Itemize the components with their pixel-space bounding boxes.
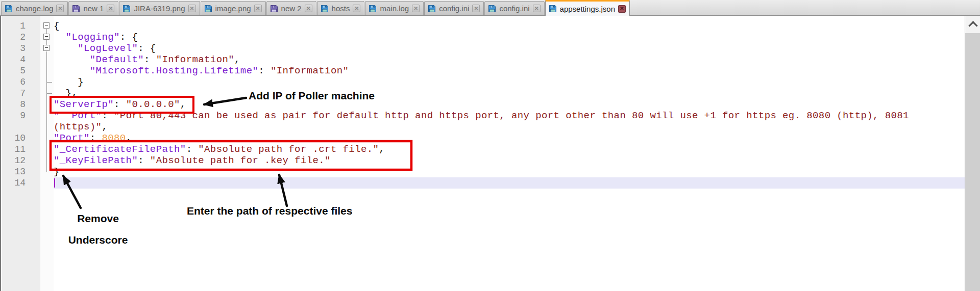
modified-file-icon <box>270 5 278 13</box>
fold-collapse-box[interactable] <box>40 43 54 54</box>
tab-close-icon[interactable]: ✕ <box>56 5 64 12</box>
line-number: 4 <box>2 54 40 65</box>
saved-file-icon <box>204 5 212 13</box>
chevron-up-icon <box>968 21 977 30</box>
code-token: "0.0.0.0" <box>126 99 180 110</box>
tab-main-log[interactable]: main.log✕ <box>365 1 424 15</box>
code-line: } <box>54 76 965 88</box>
code-line: (https)", <box>54 121 965 133</box>
saved-file-icon <box>5 5 13 13</box>
code-line: "ServerIp": "0.0.0.0", <box>54 99 965 110</box>
line-number-gutter: 1234567891011121314 <box>2 16 40 291</box>
tab-close-icon[interactable]: ✕ <box>472 5 480 12</box>
code-line: "LogLevel": { <box>54 43 965 54</box>
code-token: (https)" <box>54 121 102 133</box>
scroll-up-button[interactable] <box>965 16 980 33</box>
line-number: 9 <box>2 110 40 121</box>
code-token: , <box>126 133 132 144</box>
tab-appsettings-json[interactable]: appsettings.json✕ <box>545 0 630 16</box>
line-number: 11 <box>2 144 40 155</box>
code-token: "ServerIp" <box>54 99 114 110</box>
fold-margin-cell <box>40 166 54 177</box>
code-token: }, <box>54 88 78 99</box>
code-line: }, <box>54 88 965 99</box>
modified-file-icon <box>72 5 80 13</box>
code-line: "Logging": { <box>54 32 965 43</box>
code-token: } <box>54 76 84 88</box>
code-token: : <box>102 110 114 121</box>
fold-margin-cell <box>40 54 54 65</box>
tab-new-2[interactable]: new 2✕ <box>266 1 316 15</box>
code-token: "Logging" <box>66 32 120 43</box>
code-token: "Port 80,443 can be used as pair for def… <box>114 110 909 121</box>
fold-margin-cell <box>40 65 54 76</box>
code-token: : <box>144 54 156 65</box>
line-number: 3 <box>2 43 40 54</box>
code-fold-margin[interactable] <box>40 16 54 291</box>
code-token: "_KeyFilePath" <box>54 155 138 166</box>
code-token <box>54 54 90 65</box>
fold-margin-cell <box>40 76 54 88</box>
tab-label: change.log <box>16 4 53 13</box>
tab-label: new 2 <box>281 4 302 13</box>
fold-margin-cell <box>40 133 54 144</box>
code-token: { <box>54 20 60 32</box>
fold-collapse-box[interactable] <box>40 20 54 32</box>
tab-close-icon[interactable]: ✕ <box>618 5 626 13</box>
code-token: : <box>90 133 102 144</box>
code-token <box>54 65 90 76</box>
line-number: 8 <box>2 99 40 110</box>
tab-close-icon[interactable]: ✕ <box>188 5 196 12</box>
tab-close-icon[interactable]: ✕ <box>412 5 420 12</box>
text-caret <box>54 178 55 188</box>
tab-bar: change.log✕ new 1✕ JIRA-6319.png✕ image.… <box>0 0 980 16</box>
saved-file-icon <box>369 5 377 13</box>
code-line: "Microsoft.Hosting.Lifetime": "Informati… <box>54 65 965 76</box>
saved-file-icon <box>122 5 131 13</box>
code-line: "__Port": "Port 80,443 can be used as pa… <box>54 110 965 121</box>
saved-file-icon <box>428 5 436 13</box>
code-line: { <box>54 20 965 32</box>
code-line: "Port": 8080, <box>54 133 965 144</box>
fold-collapse-box[interactable] <box>40 32 54 43</box>
tab-close-icon[interactable]: ✕ <box>533 5 541 12</box>
tab-label: appsettings.json <box>560 5 615 13</box>
tab-change-log[interactable]: change.log✕ <box>1 1 68 15</box>
fold-margin-cell <box>40 88 54 99</box>
tab-image-png[interactable]: image.png✕ <box>201 1 266 15</box>
code-token: "Default" <box>90 54 144 65</box>
line-number: 1 <box>2 20 40 32</box>
tab-close-icon[interactable]: ✕ <box>353 5 360 12</box>
line-number: 7 <box>2 88 40 99</box>
tab-hosts[interactable]: hosts✕ <box>317 1 365 15</box>
vertical-scrollbar[interactable] <box>965 16 980 291</box>
saved-file-icon <box>488 5 496 13</box>
tab-close-icon[interactable]: ✕ <box>305 5 312 12</box>
code-token: , <box>379 144 385 155</box>
current-code-line <box>54 177 965 189</box>
code-text-area[interactable]: { "Logging": { "LogLevel": { "Default": … <box>54 16 965 291</box>
saved-file-icon <box>321 5 329 13</box>
tab-config-ini[interactable]: config.ini✕ <box>484 1 544 15</box>
code-token: 8080 <box>102 133 126 144</box>
fold-margin-cell <box>40 121 54 133</box>
fold-margin-cell <box>40 177 54 189</box>
line-number: 12 <box>2 155 40 166</box>
tab-close-icon[interactable]: ✕ <box>107 5 114 12</box>
tab-label: hosts <box>332 4 350 13</box>
code-token: : { <box>120 32 138 43</box>
line-number: 6 <box>2 76 40 88</box>
fold-margin-cell <box>40 144 54 155</box>
tab-jira-6319-png[interactable]: JIRA-6319.png✕ <box>119 1 200 15</box>
tab-new-1[interactable]: new 1✕ <box>68 1 118 15</box>
editor-pane[interactable]: 1234567891011121314 { "Logging": { "LogL… <box>0 16 965 291</box>
tab-label: config.ini <box>439 4 469 13</box>
saved-file-icon <box>549 5 557 13</box>
tab-config-ini[interactable]: config.ini✕ <box>424 1 484 15</box>
code-token: : <box>114 99 126 110</box>
fold-margin-cell <box>40 99 54 110</box>
code-token: , <box>234 54 240 65</box>
tab-close-icon[interactable]: ✕ <box>254 5 262 12</box>
code-token: "__Port" <box>54 110 102 121</box>
tab-label: JIRA-6319.png <box>134 4 185 13</box>
